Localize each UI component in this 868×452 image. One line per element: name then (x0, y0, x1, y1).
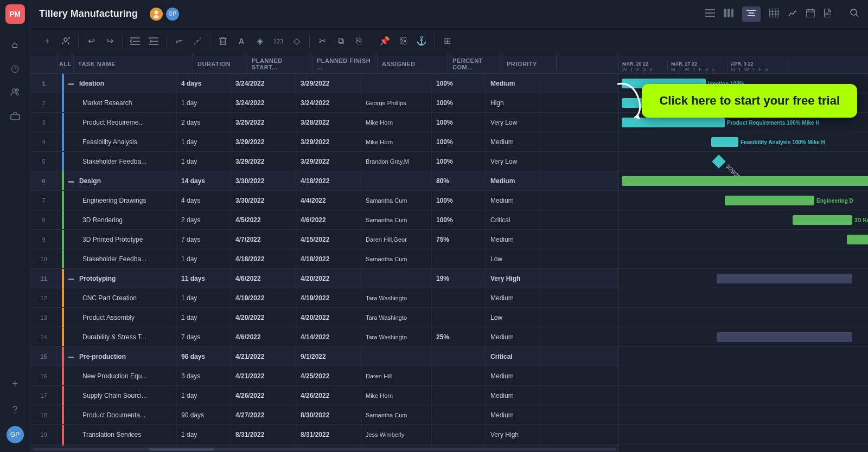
task-name-cell[interactable]: Stakeholder Feedba... (58, 249, 177, 268)
task-name-cell[interactable]: 3D Rendering (58, 210, 177, 229)
app-logo[interactable]: PM (5, 4, 25, 24)
copy-btn[interactable]: ⧉ (333, 33, 349, 49)
add-task-btn[interactable]: + (39, 33, 55, 49)
outdent-btn[interactable] (127, 33, 143, 49)
list-view-icon[interactable] (705, 9, 715, 20)
gantt-bar[interactable]: Feasibility Analysis 100% Mike H (711, 137, 738, 147)
task-name-cell[interactable]: Supply Chain Sourci... (58, 386, 177, 405)
task-name-cell[interactable]: Product Assembly (58, 308, 177, 327)
col-duration-header[interactable]: DURATION (193, 54, 247, 73)
calendar-view-icon[interactable] (806, 9, 815, 20)
table-row[interactable]: 15▬Pre-production96 days4/21/20229/1/202… (30, 347, 618, 366)
task-name-cell[interactable]: Durability & Stress T... (58, 327, 177, 346)
task-name-cell[interactable]: Stakeholder Feedba... (58, 152, 177, 171)
task-name-cell[interactable]: ▬Ideation (58, 74, 177, 93)
unlink-btn[interactable] (189, 33, 206, 49)
link-btn[interactable] (171, 33, 187, 49)
table-row[interactable]: 17Supply Chain Sourci...1 day4/26/20224/… (30, 386, 618, 405)
task-name-cell[interactable]: Product Requireme... (58, 113, 177, 132)
task-name-cell[interactable]: CNC Part Creation (58, 288, 177, 307)
undo-btn[interactable]: ↩ (83, 33, 99, 49)
sidebar-item-home[interactable]: ⌂ (5, 35, 25, 54)
col-percent-header[interactable]: PERCENT COM... (448, 54, 502, 73)
table-row[interactable]: 6▬Design14 days3/30/20224/18/202280%Medi… (30, 171, 618, 191)
document-view-icon[interactable] (824, 9, 831, 20)
group-expand-icon[interactable]: ▬ (68, 80, 74, 86)
table-row[interactable]: 2Market Research1 day3/24/20223/24/2022G… (30, 93, 618, 113)
shape-btn[interactable]: ◈ (252, 33, 268, 49)
sidebar-add-button[interactable]: + (5, 374, 25, 393)
col-all-header[interactable]: ALL (58, 54, 74, 73)
group-expand-icon[interactable]: ▬ (68, 353, 74, 359)
text-btn[interactable]: A (233, 33, 250, 49)
table-row[interactable]: 7Engineering Drawings4 days3/30/20224/4/… (30, 191, 618, 210)
col-assigned-header[interactable]: ASSIGNED (378, 54, 448, 73)
group-expand-icon[interactable]: ▬ (68, 275, 74, 281)
table-row[interactable]: 83D Rendering2 days4/5/20224/6/2022Saman… (30, 210, 618, 230)
task-name-cell[interactable]: Product Documenta... (58, 405, 177, 424)
task-name-cell[interactable]: Engineering Drawings (58, 191, 177, 210)
gantt-bar[interactable] (717, 332, 852, 342)
table-row[interactable]: 16New Production Equ...3 days4/21/20224/… (30, 366, 618, 386)
add-person-btn[interactable] (58, 33, 74, 49)
task-name-cell[interactable]: 3D Printed Prototype (58, 230, 177, 249)
avatar-2[interactable]: GP (165, 7, 180, 22)
table-row[interactable]: 14Durability & Stress T...7 days4/6/2022… (30, 327, 618, 347)
col-priority-header[interactable]: PRIORITY (502, 54, 557, 73)
table-view-icon[interactable] (769, 9, 779, 20)
col-start-header[interactable]: PLANNED START... (247, 54, 312, 73)
gantt-view-icon[interactable] (742, 7, 761, 22)
gantt-body: Ideation 100%Market Research 100% George… (619, 74, 868, 452)
table-row[interactable]: 4Feasibility Analysis1 day3/29/20223/29/… (30, 132, 618, 152)
free-trial-banner: Click here to start your free trial (607, 84, 857, 122)
horizontal-scrollbar[interactable] (30, 445, 618, 452)
user-avatar-small[interactable]: GP (7, 426, 24, 443)
table-row[interactable]: 11▬Prototyping11 days4/6/20224/20/202219… (30, 269, 618, 288)
task-name-cell[interactable]: Feasibility Analysis (58, 132, 177, 151)
gantt-bar[interactable]: 3D Rend (793, 215, 852, 225)
table-row[interactable]: 18Product Documenta...90 days4/27/20228/… (30, 405, 618, 425)
more-btn[interactable]: ⊞ (439, 33, 455, 49)
task-name-cell[interactable]: Market Research (58, 93, 177, 112)
task-name-cell[interactable]: Translation Services (58, 425, 177, 444)
gantt-bar[interactable] (847, 235, 868, 244)
task-name-cell[interactable]: ▬Design (58, 171, 177, 190)
anchor-btn[interactable]: ⚓ (413, 33, 430, 49)
group-expand-icon[interactable]: ▬ (68, 178, 74, 184)
table-row[interactable]: 1▬Ideation4 days3/24/20223/29/2022100%Me… (30, 74, 618, 93)
col-finish-header[interactable]: PLANNED FINISH ... (312, 54, 378, 73)
indent-btn[interactable] (145, 33, 162, 49)
task-name-cell[interactable]: New Production Equ... (58, 366, 177, 385)
paste-btn[interactable]: ⎘ (351, 33, 367, 49)
delete-btn[interactable] (215, 33, 231, 49)
column-view-icon[interactable] (724, 9, 733, 20)
table-row[interactable]: 5Stakeholder Feedba...1 day3/29/20223/29… (30, 152, 618, 171)
gantt-bar[interactable]: Engineering D (725, 196, 814, 205)
table-row[interactable]: 3Product Requireme...2 days3/25/20223/28… (30, 113, 618, 132)
table-row[interactable]: 19Translation Services1 day8/31/20228/31… (30, 425, 618, 444)
cut-btn[interactable]: ✂ (314, 33, 330, 49)
scrollbar-thumb[interactable] (149, 448, 214, 451)
number-btn[interactable]: 123 (270, 33, 286, 49)
col-task-header[interactable]: TASK NAME (74, 54, 193, 73)
pin-btn[interactable]: 📌 (376, 33, 393, 49)
free-trial-button[interactable]: Click here to start your free trial (642, 84, 857, 118)
table-row[interactable]: 93D Printed Prototype7 days4/7/20224/15/… (30, 230, 618, 249)
table-row[interactable]: 10Stakeholder Feedba...1 day4/18/20224/1… (30, 249, 618, 269)
redo-btn[interactable]: ↪ (101, 33, 118, 49)
diamond-btn[interactable]: ◇ (289, 33, 305, 49)
task-name-cell[interactable]: ▬Pre-production (58, 347, 177, 366)
sidebar-item-briefcase[interactable] (5, 106, 25, 126)
table-row[interactable]: 12CNC Part Creation1 day4/19/20224/19/20… (30, 288, 618, 308)
table-row[interactable]: 13Product Assembly1 day4/20/20224/20/202… (30, 308, 618, 327)
link2-btn[interactable]: ⛓ (395, 33, 411, 49)
task-name-cell[interactable]: ▬Prototyping (58, 269, 177, 288)
sidebar-help-icon[interactable]: ? (5, 400, 25, 419)
gantt-bar[interactable] (717, 274, 852, 283)
chart-view-icon[interactable] (788, 9, 797, 20)
search-icon-top[interactable] (850, 8, 859, 20)
sidebar-item-people[interactable] (5, 82, 25, 102)
gantt-bar[interactable] (622, 176, 868, 186)
sidebar-item-clock[interactable]: ◷ (5, 59, 25, 78)
avatar-1[interactable] (149, 7, 164, 22)
